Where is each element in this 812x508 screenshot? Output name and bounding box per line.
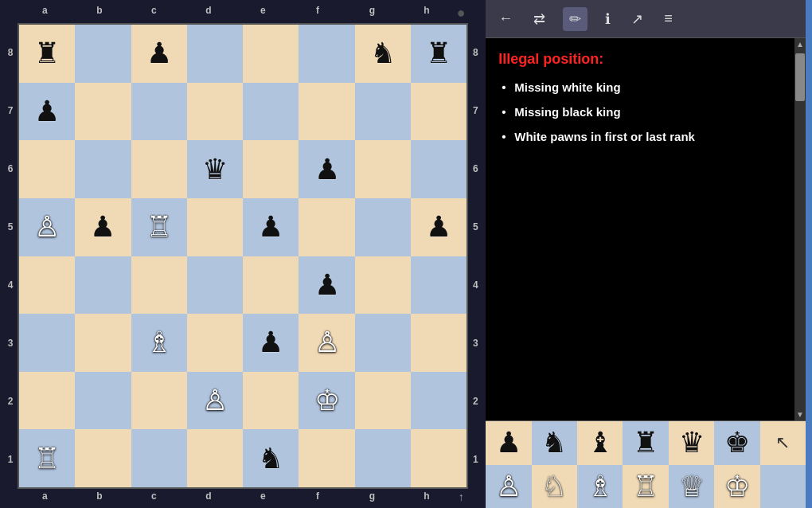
palette-piece-icon: ♚ [724,428,750,457]
square-c5[interactable]: ♖ [131,198,187,256]
cursor-icon[interactable]: ↖ [775,432,790,453]
square-g8[interactable]: ♞ [355,25,411,83]
square-d5[interactable] [187,198,243,256]
square-f4[interactable]: ♟ [299,256,354,315]
square-h1[interactable] [411,429,467,487]
square-a1[interactable]: ♖ [19,429,75,487]
square-f6[interactable]: ♟ [299,140,354,198]
square-d2[interactable]: ♙ [187,372,243,430]
square-f3[interactable]: ♙ [299,314,354,372]
square-f7[interactable] [299,83,354,141]
palette-piece-white-5[interactable]: ♔ [714,465,759,509]
square-b6[interactable] [75,140,131,198]
square-c7[interactable] [131,83,187,141]
square-b8[interactable] [75,25,131,83]
palette-piece-white-4[interactable]: ♕ [669,465,714,509]
square-f8[interactable] [299,25,354,83]
scrollbar-thumb[interactable] [795,53,805,101]
square-b7[interactable] [75,83,131,141]
square-a5[interactable]: ♙ [19,198,75,256]
square-c2[interactable] [131,372,187,430]
square-a3[interactable] [19,314,75,372]
palette-piece-black-1[interactable]: ♞ [532,421,577,465]
palette-piece-black-2[interactable]: ♝ [577,421,623,465]
palette-piece-white-1[interactable]: ♘ [532,465,577,509]
palette-piece-white-0[interactable]: ♙ [486,465,531,509]
square-h4[interactable] [411,256,467,315]
square-e7[interactable] [243,83,299,141]
square-g1[interactable] [355,429,411,487]
piece-a8: ♜ [34,39,60,68]
square-b1[interactable] [75,429,131,487]
square-e4[interactable] [243,256,299,315]
menu-button[interactable]: ≡ [661,7,676,30]
square-e1[interactable]: ♞ [243,429,299,487]
scroll-down-arrow[interactable]: ▼ [796,410,804,419]
palette-piece-white-3[interactable]: ♖ [623,465,668,509]
square-d8[interactable] [187,25,243,83]
square-c3[interactable]: ♗ [131,314,187,372]
square-e5[interactable]: ♟ [243,198,299,256]
square-b3[interactable] [75,314,131,372]
square-d3[interactable] [187,314,243,372]
square-h2[interactable] [411,372,467,430]
square-b4[interactable] [75,256,131,315]
piece-palette[interactable]: ♟♞♝♜♛♚↖♙♘♗♖♕♔ [486,420,806,508]
square-c4[interactable] [131,256,187,315]
square-d4[interactable] [187,256,243,315]
square-b2[interactable] [75,372,131,430]
square-c1[interactable] [131,429,187,487]
square-g2[interactable] [355,372,411,430]
edit-button[interactable]: ✏ [563,7,588,31]
square-f1[interactable] [299,429,354,487]
square-c8[interactable]: ♟ [131,25,187,83]
square-e6[interactable] [243,140,299,198]
square-e8[interactable] [243,25,299,83]
square-e3[interactable]: ♟ [243,314,299,372]
square-g3[interactable] [355,314,411,372]
square-d7[interactable] [187,83,243,141]
square-a7[interactable]: ♟ [19,83,75,141]
piece-f2: ♔ [314,386,340,415]
rank-3-left: 3 [5,315,16,373]
palette-piece-black-3[interactable]: ♜ [623,421,668,465]
square-h7[interactable] [411,83,467,141]
up-arrow[interactable]: ↑ [454,490,468,503]
palette-piece-black-5[interactable]: ♚ [714,421,759,465]
square-a4[interactable] [19,256,75,315]
square-g7[interactable] [355,83,411,141]
square-d6[interactable]: ♛ [187,140,243,198]
square-h5[interactable]: ♟ [411,198,467,256]
palette-piece-white-2[interactable]: ♗ [577,465,623,509]
chess-board[interactable]: ♜♟♞♜♟♛♟♙♟♖♟♟♟♗♟♙♙♔♖♞ [18,23,468,489]
square-f5[interactable] [299,198,354,256]
palette-piece-icon: ♙ [496,472,521,501]
square-g6[interactable] [355,140,411,198]
scrollbar[interactable]: ▲ ▼ [794,38,806,420]
square-a8[interactable]: ♜ [19,25,75,83]
square-e2[interactable] [243,372,299,430]
square-c6[interactable] [131,140,187,198]
file-label-b-bot: b [72,490,127,503]
chart-button[interactable]: ↗ [628,7,646,31]
error-panel: Illegal position: Missing white king Mis… [486,38,806,420]
scroll-up-arrow[interactable]: ▲ [796,40,804,49]
rank-6-left: 6 [5,139,16,197]
square-g5[interactable] [355,198,411,256]
square-h6[interactable] [411,140,467,198]
palette-piece-black-0[interactable]: ♟ [486,421,531,465]
palette-cursor[interactable]: ↖ [760,421,806,465]
square-h3[interactable] [411,314,467,372]
piece-f3: ♙ [314,328,340,357]
flip-button[interactable]: ⇄ [530,7,548,31]
square-a6[interactable] [19,140,75,198]
square-d1[interactable] [187,429,243,487]
back-button[interactable]: ← [495,7,516,30]
square-b5[interactable]: ♟ [75,198,131,256]
square-a2[interactable] [19,372,75,430]
square-f2[interactable]: ♔ [299,372,354,430]
square-h8[interactable]: ♜ [411,25,467,83]
palette-piece-black-4[interactable]: ♛ [669,421,714,465]
info-button[interactable]: ℹ [602,7,614,31]
square-g4[interactable] [355,256,411,315]
